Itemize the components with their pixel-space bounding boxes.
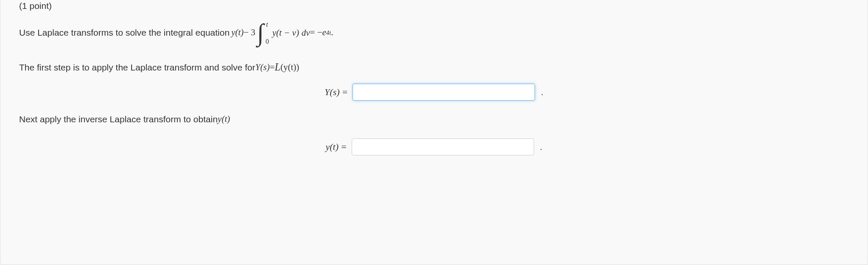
step2-text: Next apply the inverse Laplace transform… [19,113,849,126]
step1-intro: The first step is to apply the Laplace t… [19,61,255,74]
input1-eq: = [342,87,347,97]
Ys-input[interactable] [353,84,535,101]
integral-lower: 0 [266,39,269,45]
input1-label: Y(s) = [325,87,347,98]
integrand-y: y(t − v) [272,28,299,38]
equals: = − [310,26,322,39]
input1-period: . [541,87,543,97]
step1-text: The first step is to apply the Laplace t… [19,59,849,75]
intro-text: Use Laplace transforms to solve the inte… [19,26,230,39]
integral-sign: ∫ t 0 [257,23,264,42]
input2-label: y(t) = [326,141,347,152]
input2-eq: = [341,141,346,152]
Y-of-s: Y(s) [255,61,270,74]
points-label: (1 point) [19,1,849,11]
y-of-t: y(t) [231,26,244,39]
minus-three: − 3 [244,26,255,39]
integral: ∫ t 0 [257,23,265,42]
eq-period: . [331,26,333,39]
integral-upper: t [266,22,268,28]
problem-statement: Use Laplace transforms to solve the inte… [19,23,849,42]
input2-period: . [540,142,543,152]
input1-row: Y(s) = . [19,84,849,101]
input2-y: y(t) [326,141,339,152]
laplace-L: L [274,59,280,75]
step1-paren: (y(t)) [280,61,299,74]
problem-container: (1 point) Use Laplace transforms to solv… [0,0,868,265]
equation: y(t) − 3 ∫ t 0 y(t − v) dv = − e 4t . [231,23,333,42]
yt-input[interactable] [352,138,534,155]
step2-intro: Next apply the inverse Laplace transform… [19,113,218,126]
step2-yt: y(t) [218,113,230,126]
input2-row: y(t) = . [19,138,849,155]
input1-Y: Y(s) [325,87,339,97]
step1-eq: = [270,61,275,74]
integrand-dv: dv [302,28,310,38]
e-base: e [322,26,326,39]
